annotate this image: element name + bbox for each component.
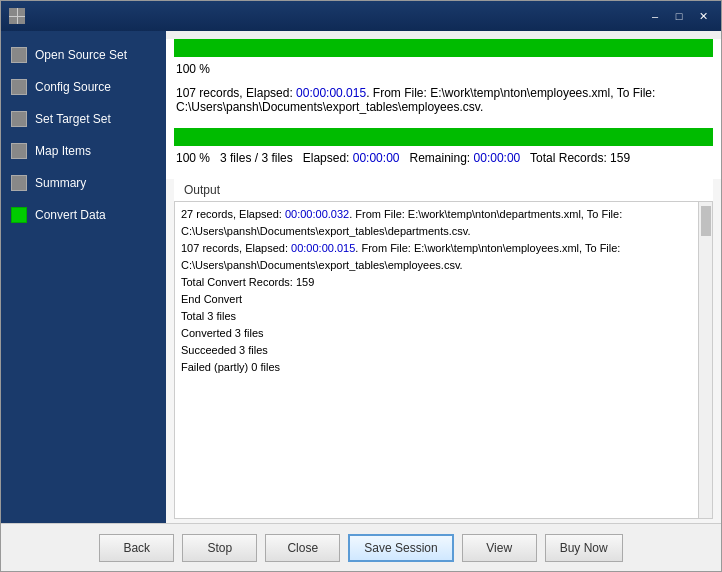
output-label: Output [174, 179, 713, 201]
title-bar-left [9, 8, 25, 24]
progress-percent-1: 100 % [176, 62, 210, 76]
output-line-2: 107 records, Elapsed: 00:00:00.015. From… [181, 240, 692, 274]
close-window-button[interactable]: ✕ [693, 6, 713, 26]
sidebar-item-map-items[interactable]: Map Items [1, 135, 166, 167]
output-line-3: Total Convert Records: 159 [181, 274, 692, 291]
minimize-button[interactable]: – [645, 6, 665, 26]
output-line-7: Succeeded 3 files [181, 342, 692, 359]
stop-button[interactable]: Stop [182, 534, 257, 562]
config-source-icon [11, 79, 27, 95]
bottom-bar: Back Stop Close Save Session View Buy No… [1, 523, 721, 571]
progress-info-1: 100 % 107 records, Elapsed: 00:00:00.015… [174, 60, 713, 120]
maximize-button[interactable]: □ [669, 6, 689, 26]
elapsed-time-2: 00:00:00 [353, 151, 400, 165]
save-session-button[interactable]: Save Session [348, 534, 453, 562]
sidebar-label-open-source-set: Open Source Set [35, 48, 127, 62]
output-section: Output 27 records, Elapsed: 00:00:00.032… [166, 179, 721, 523]
title-bar: – □ ✕ [1, 1, 721, 31]
progress-block-2: 100 % 3 files / 3 files Elapsed: 00:00:0… [166, 128, 721, 179]
output-line-6: Converted 3 files [181, 325, 692, 342]
summary-icon [11, 175, 27, 191]
output-line-5: Total 3 files [181, 308, 692, 325]
sidebar: Open Source Set Config Source Set Target… [1, 31, 166, 523]
progress-percent-2: 100 % [176, 151, 210, 165]
open-source-set-icon [11, 47, 27, 63]
close-button[interactable]: Close [265, 534, 340, 562]
title-bar-controls: – □ ✕ [645, 6, 713, 26]
main-content: Open Source Set Config Source Set Target… [1, 31, 721, 523]
sidebar-label-set-target-set: Set Target Set [35, 112, 111, 126]
sidebar-item-open-source-set[interactable]: Open Source Set [1, 39, 166, 71]
output-text[interactable]: 27 records, Elapsed: 00:00:00.032. From … [175, 202, 698, 518]
sidebar-label-map-items: Map Items [35, 144, 91, 158]
scrollbar-thumb [701, 206, 711, 236]
progress-bar-2 [174, 128, 713, 146]
output-line-1: 27 records, Elapsed: 00:00:00.032. From … [181, 206, 692, 240]
progress-files: 3 files / 3 files Elapsed: 00:00:00 Rema… [220, 151, 630, 165]
sidebar-label-summary: Summary [35, 176, 86, 190]
map-items-icon [11, 143, 27, 159]
sidebar-item-set-target-set[interactable]: Set Target Set [1, 103, 166, 135]
content-area: 100 % 107 records, Elapsed: 00:00:00.015… [166, 31, 721, 523]
output-line-8: Failed (partly) 0 files [181, 359, 692, 376]
convert-data-icon [11, 207, 27, 223]
progress-bar-1 [174, 39, 713, 57]
back-button[interactable]: Back [99, 534, 174, 562]
app-icon [9, 8, 25, 24]
sidebar-label-config-source: Config Source [35, 80, 111, 94]
sidebar-item-config-source[interactable]: Config Source [1, 71, 166, 103]
elapsed-time-1: 00:00:00.015 [296, 86, 366, 100]
progress-records-1: 107 records, Elapsed: 00:00:00.015. From… [176, 86, 711, 114]
output-box: 27 records, Elapsed: 00:00:00.032. From … [174, 201, 713, 519]
view-button[interactable]: View [462, 534, 537, 562]
remaining-time: 00:00:00 [474, 151, 521, 165]
output-scrollbar[interactable] [698, 202, 712, 518]
set-target-set-icon [11, 111, 27, 127]
top-spacer [166, 31, 721, 39]
sidebar-label-convert-data: Convert Data [35, 208, 106, 222]
sidebar-item-convert-data[interactable]: Convert Data [1, 199, 166, 231]
progress-info-2: 100 % 3 files / 3 files Elapsed: 00:00:0… [174, 149, 713, 171]
output-line-4: End Convert [181, 291, 692, 308]
buy-now-button[interactable]: Buy Now [545, 534, 623, 562]
sidebar-item-summary[interactable]: Summary [1, 167, 166, 199]
progress-block-1: 100 % 107 records, Elapsed: 00:00:00.015… [166, 39, 721, 128]
main-window: – □ ✕ Open Source Set Config Source Set … [0, 0, 722, 572]
